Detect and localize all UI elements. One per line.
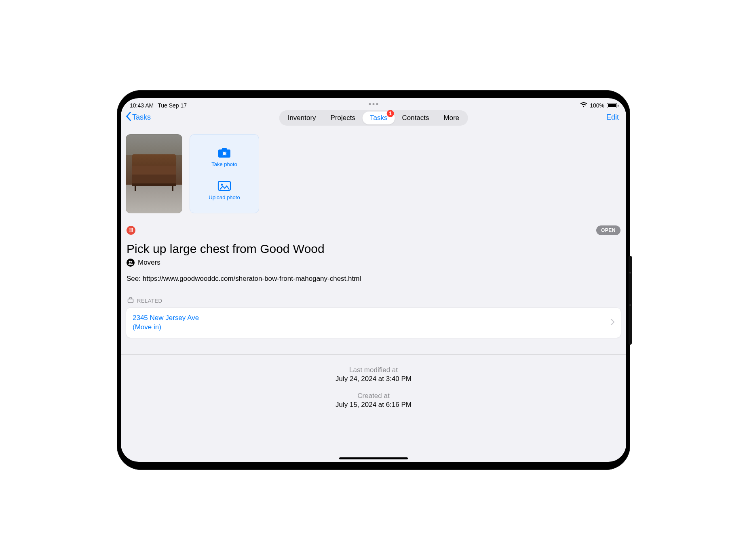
related-item-line1: 2345 New Jersey Ave	[133, 314, 199, 323]
svg-rect-6	[128, 299, 133, 303]
priority-high-icon: !!!	[127, 226, 135, 235]
tab-tasks-label: Tasks	[370, 114, 387, 122]
chevron-right-icon	[610, 319, 614, 327]
task-title: Pick up large chest from Good Wood	[127, 242, 620, 256]
back-label: Tasks	[132, 113, 151, 122]
tab-projects[interactable]: Projects	[323, 112, 363, 124]
edit-button[interactable]: Edit	[606, 113, 619, 122]
tab-inventory[interactable]: Inventory	[281, 112, 323, 124]
related-header-label: RELATED	[137, 298, 162, 304]
task-header: !!! OPEN Pick up large chest from Good W…	[126, 225, 621, 297]
last-modified-value: July 24, 2024 at 3:40 PM	[121, 375, 626, 383]
home-indicator[interactable]	[339, 457, 408, 459]
camera-icon	[217, 147, 231, 160]
ipad-frame: 10:43 AM Tue Sep 17 100% Tasks Inventory	[117, 90, 630, 470]
content-scroll[interactable]: Take photo Upload photo !!! OPEN Pick up…	[121, 128, 626, 462]
created-value: July 15, 2024 at 6:16 PM	[121, 401, 626, 409]
nav-bar: Tasks Inventory Projects Tasks 1 Contact…	[121, 108, 626, 128]
last-modified-label: Last modified at	[121, 366, 626, 374]
upload-photo-button[interactable]: Upload photo	[209, 180, 240, 200]
take-photo-button[interactable]: Take photo	[211, 147, 237, 167]
tab-tasks-badge: 1	[387, 110, 394, 117]
photo-actions-card: Take photo Upload photo	[190, 134, 259, 213]
created-label: Created at	[121, 392, 626, 400]
image-icon	[217, 180, 231, 193]
svg-point-4	[129, 261, 131, 262]
chevron-left-icon	[126, 112, 131, 123]
link-icon	[127, 297, 134, 304]
svg-point-5	[131, 261, 133, 263]
task-photo-thumbnail[interactable]	[126, 134, 182, 213]
task-description: See: https://www.goodwooddc.com/sheraton…	[127, 275, 620, 283]
multitask-indicator[interactable]	[369, 103, 378, 105]
assignee-name: Movers	[138, 259, 160, 267]
svg-point-3	[221, 183, 223, 185]
status-badge: OPEN	[596, 225, 620, 235]
people-group-icon	[127, 259, 135, 267]
assignee-row: Movers	[127, 259, 620, 267]
back-button[interactable]: Tasks	[126, 112, 151, 123]
take-photo-label: Take photo	[211, 161, 237, 167]
upload-photo-label: Upload photo	[209, 194, 240, 200]
nav-tabs: Inventory Projects Tasks 1 Contacts More	[279, 110, 468, 126]
related-item-line2: (Move in)	[133, 323, 199, 332]
tab-contacts[interactable]: Contacts	[395, 112, 437, 124]
battery-icon	[607, 103, 617, 108]
screen: 10:43 AM Tue Sep 17 100% Tasks Inventory	[121, 98, 626, 462]
tab-more[interactable]: More	[437, 112, 467, 124]
related-section-header: RELATED	[126, 297, 621, 304]
footer-metadata: Last modified at July 24, 2024 at 3:40 P…	[121, 354, 626, 434]
device-side-notch	[629, 256, 632, 345]
photo-row: Take photo Upload photo	[126, 134, 621, 213]
tab-tasks[interactable]: Tasks 1	[363, 112, 395, 124]
related-item[interactable]: 2345 New Jersey Ave (Move in)	[126, 307, 621, 338]
